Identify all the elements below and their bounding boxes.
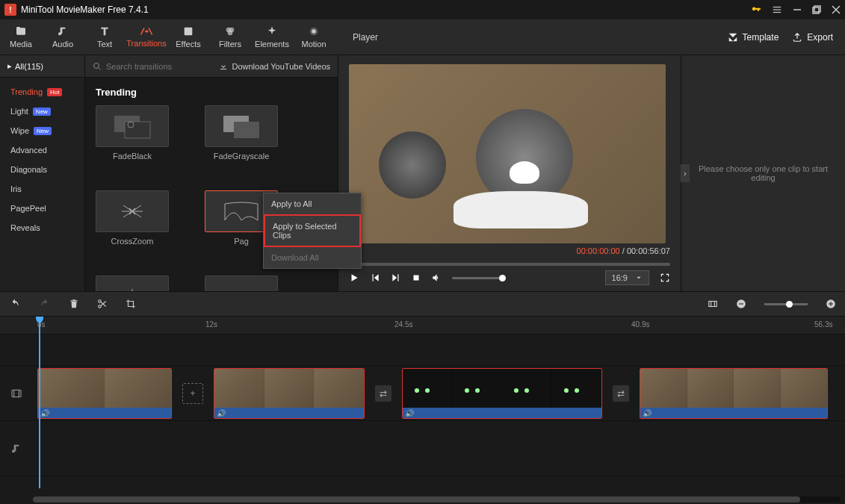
license-key-icon[interactable] (751, 4, 761, 15)
svg-point-13 (312, 29, 315, 33)
folder-icon (14, 25, 28, 37)
category-diagonals[interactable]: Diagonals (0, 160, 84, 179)
tab-motion[interactable]: Motion (293, 25, 335, 49)
volume-slider[interactable] (452, 277, 506, 279)
transition-thumb-fadeblack[interactable]: FadeBlack (96, 105, 169, 161)
ruler-mark: 56.3s (814, 320, 832, 329)
svg-rect-4 (813, 7, 819, 13)
export-button[interactable]: Export (792, 32, 833, 43)
svg-rect-32 (709, 302, 717, 307)
search-input[interactable] (106, 62, 196, 71)
tab-filters[interactable]: Filters (209, 25, 251, 49)
current-time: 00:00:00:00 (577, 246, 620, 255)
player-label: Player (353, 32, 378, 43)
minimize-button[interactable] (793, 5, 802, 14)
svg-point-11 (228, 31, 233, 36)
playhead[interactable] (39, 317, 40, 488)
ctx-apply-all[interactable]: Apply to All (264, 193, 361, 214)
transition-thumb-fold[interactable]: Fold (205, 276, 278, 291)
svg-rect-39 (12, 390, 21, 396)
category-wipe[interactable]: WipeNew (0, 121, 84, 140)
svg-rect-5 (814, 6, 820, 12)
category-pagepeel[interactable]: PagePeel (0, 199, 84, 218)
filters-icon (224, 25, 236, 37)
transition-slot-2[interactable]: ⇄ (375, 385, 391, 402)
video-track-icon (0, 366, 33, 421)
app-logo: ! (4, 4, 16, 16)
download-youtube-link[interactable]: Download YouTube Videos (219, 62, 331, 71)
app-title: MiniTool MovieMaker Free 7.4.1 (21, 4, 751, 15)
tab-media[interactable]: Media (0, 25, 42, 49)
tab-audio[interactable]: Audio (42, 25, 84, 49)
video-preview[interactable] (349, 64, 666, 243)
delete-button[interactable] (69, 299, 79, 309)
timeline-ruler[interactable]: 0s12s24.5s40.9s56.3s (0, 317, 845, 335)
text-icon (99, 25, 111, 37)
ctx-apply-selected[interactable]: Apply to Selected Clips (264, 214, 361, 247)
search-icon (93, 62, 102, 71)
aspect-ratio-select[interactable]: 16:9 (605, 270, 649, 285)
redo-button[interactable] (39, 299, 51, 309)
timeline: 0s12s24.5s40.9s56.3s 🔊 + 🔊 ⇄ (0, 317, 845, 504)
sparkle-icon (266, 25, 278, 37)
collapse-panel-button[interactable]: › (681, 164, 690, 182)
category-all[interactable]: ▸ All(115) (0, 55, 84, 78)
timeline-scrollbar[interactable] (33, 497, 841, 503)
volume-icon[interactable] (431, 273, 442, 283)
crop-button[interactable] (126, 299, 136, 309)
seek-bar[interactable] (349, 263, 670, 266)
effects-icon (182, 25, 194, 37)
tab-effects[interactable]: Effects (167, 25, 209, 49)
close-button[interactable] (832, 5, 841, 14)
video-track[interactable]: 🔊 + 🔊 ⇄ 🔊 ⇄ 🔊 (33, 366, 845, 421)
clip-3[interactable]: 🔊 (402, 368, 602, 419)
split-button[interactable] (97, 299, 108, 309)
fullscreen-button[interactable] (660, 273, 670, 283)
transition-thumb-fadegrayscale[interactable]: FadeGrayscale (205, 105, 278, 161)
audio-track-icon (0, 421, 33, 476)
undo-button[interactable] (9, 299, 21, 309)
next-frame-button[interactable] (391, 273, 401, 283)
clip-1[interactable]: 🔊 (37, 368, 172, 419)
ctx-download-all[interactable]: Download All (264, 247, 361, 268)
clip-2[interactable]: 🔊 (214, 368, 365, 419)
main-toolbar: Media Audio Text Transitions Effects (0, 19, 845, 55)
zoom-in-button[interactable] (826, 299, 836, 309)
ruler-mark: 24.5s (394, 320, 412, 329)
category-light[interactable]: LightNew (0, 102, 84, 121)
svg-point-31 (99, 305, 102, 308)
category-advanced[interactable]: Advanced (0, 140, 84, 160)
zoom-out-button[interactable] (736, 299, 746, 309)
maximize-button[interactable] (812, 5, 821, 14)
template-button[interactable]: Template (728, 32, 779, 43)
tab-transitions[interactable]: Transitions (126, 25, 167, 49)
track-icon-spacer (0, 335, 33, 366)
clip-4[interactable]: 🔊 (640, 368, 828, 419)
stop-button[interactable] (412, 273, 421, 282)
zoom-fit-button[interactable] (708, 299, 718, 309)
play-button[interactable] (349, 273, 359, 283)
player-panel: 00:00:00:00 / 00:00:56:07 (338, 55, 681, 291)
svg-rect-34 (739, 303, 743, 304)
category-reveals[interactable]: Reveals (0, 218, 84, 237)
category-trending[interactable]: TrendingHot (0, 82, 84, 102)
menu-icon[interactable] (772, 4, 782, 15)
category-iris[interactable]: Iris (0, 179, 84, 199)
svg-rect-20 (234, 122, 259, 138)
download-icon (219, 62, 228, 71)
tab-elements[interactable]: Elements (251, 25, 293, 49)
prev-frame-button[interactable] (370, 273, 380, 283)
ruler-mark: 12s (205, 320, 217, 329)
svg-rect-17 (125, 122, 150, 138)
tab-text[interactable]: Text (84, 25, 126, 49)
properties-panel: › Please choose only one clip to start e… (681, 55, 845, 291)
svg-point-14 (94, 63, 99, 68)
transition-slot-3[interactable]: ⇄ (613, 385, 629, 402)
timeline-toolbar (0, 291, 845, 317)
transition-thumb-crosszoom[interactable]: CrossZoom (96, 190, 169, 246)
audio-track[interactable] (33, 421, 845, 476)
ruler-mark: 40.9s (631, 320, 649, 329)
transition-thumb-burn[interactable]: Burn (96, 276, 169, 291)
transition-slot-1[interactable]: + (182, 383, 203, 404)
zoom-slider[interactable] (764, 303, 808, 305)
